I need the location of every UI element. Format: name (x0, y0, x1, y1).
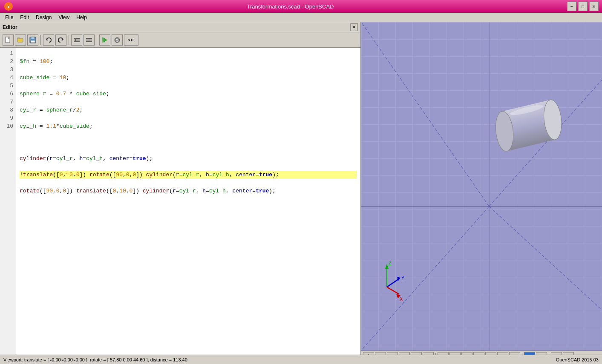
window-title: Transformations.scad - OpenSCAD (14, 3, 567, 10)
svg-rect-4 (17, 38, 20, 39)
separator-3 (97, 35, 97, 45)
maximize-button[interactable]: □ (578, 2, 588, 11)
viewport-panel: Z Y X (361, 22, 602, 364)
svg-rect-6 (31, 37, 35, 39)
separator-2 (69, 35, 69, 45)
statusbar: Viewport: translate = [ -0.00 -0.00 -0.0… (0, 355, 602, 364)
menu-view[interactable]: View (55, 14, 73, 21)
preview-button[interactable] (99, 34, 110, 46)
editor-label: Editor (3, 24, 17, 30)
editor-panel: Editor ✕ (0, 22, 361, 364)
editor-toolbar: ⚙ STL (0, 32, 360, 48)
compile-button[interactable]: ⚙ (112, 34, 123, 46)
save-button[interactable] (27, 34, 38, 46)
separator-1 (40, 35, 41, 45)
viewport-3d[interactable]: Z Y X (361, 22, 602, 350)
code-line-5: cyl_h = 1.1*cube_side; (20, 122, 357, 130)
menubar: File Edit Design View Help (0, 13, 602, 22)
menu-file[interactable]: File (2, 14, 17, 21)
statusbar-right: OpenSCAD 2015.03 (556, 357, 599, 362)
code-line-4: cyl_r = sphere_r/2; (20, 106, 357, 114)
window-controls: − □ ✕ (567, 2, 599, 11)
indent-button[interactable] (71, 34, 82, 46)
statusbar-left: Viewport: translate = [ -0.00 -0.00 -0.0… (3, 357, 187, 362)
svg-text:●: ● (7, 4, 10, 9)
redo-button[interactable] (55, 34, 66, 46)
viewport-grid (361, 22, 602, 350)
svg-marker-18 (103, 37, 107, 43)
svg-rect-7 (31, 40, 35, 43)
minimize-button[interactable]: − (567, 2, 576, 11)
code-line-6 (20, 138, 357, 146)
menu-edit[interactable]: Edit (17, 14, 32, 21)
app-logo: ● (3, 1, 14, 11)
undo-button[interactable] (43, 34, 54, 46)
code-area[interactable]: 12345 678910 $fn = 100; cube_side = 10; … (0, 48, 360, 364)
titlebar: ● Transformations.scad - OpenSCAD − □ ✕ (0, 0, 602, 13)
code-line-7: cylinder(r=cyl_r, h=cyl_h, center=true); (20, 155, 357, 163)
code-line-9: rotate([90,0,0]) translate([0,10,0]) cyl… (20, 187, 357, 195)
editor-close-button[interactable]: ✕ (350, 23, 358, 31)
open-button[interactable] (15, 34, 26, 46)
stl-button[interactable]: STL (124, 34, 138, 46)
code-content[interactable]: $fn = 100; cube_side = 10; sphere_r = 0.… (16, 48, 360, 364)
menu-help[interactable]: Help (73, 14, 90, 21)
new-button[interactable] (3, 34, 14, 46)
svg-marker-13 (75, 39, 77, 41)
code-line-1: $fn = 100; (20, 57, 357, 66)
svg-text:⚙: ⚙ (115, 38, 119, 43)
menu-design[interactable]: Design (32, 14, 55, 21)
code-line-2: cube_side = 10; (20, 74, 357, 82)
svg-marker-17 (89, 39, 90, 41)
code-line-3: sphere_r = 0.7 * cube_side; (20, 90, 357, 98)
close-button[interactable]: ✕ (589, 2, 599, 11)
code-line-10 (20, 203, 357, 211)
code-line-8: !translate([0,10,0]) rotate([90,0,0]) cy… (20, 171, 357, 179)
line-numbers: 12345 678910 (0, 48, 16, 364)
editor-header: Editor ✕ (0, 22, 360, 32)
main-area: Editor ✕ (0, 22, 602, 364)
unindent-button[interactable] (84, 34, 95, 46)
